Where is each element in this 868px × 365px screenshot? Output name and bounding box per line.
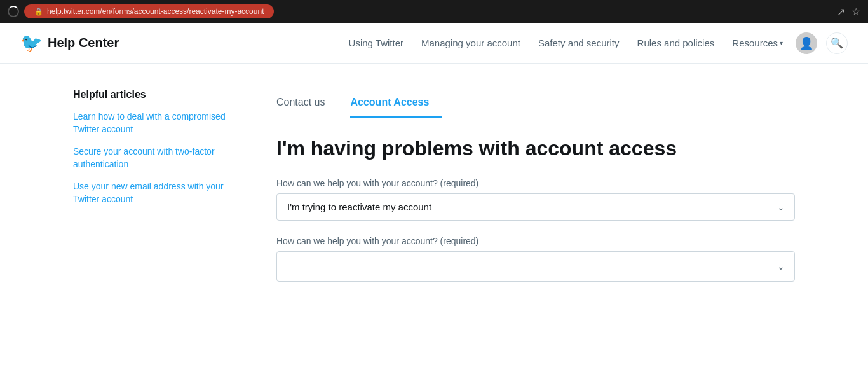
logo-link[interactable]: 🐦 Help Center — [20, 32, 119, 53]
form-title: I'm having problems with account access — [276, 136, 795, 160]
url-text: help.twitter.com/en/forms/account-access… — [47, 7, 264, 16]
tab-account-access[interactable]: Account Access — [350, 89, 442, 118]
search-button[interactable]: 🔍 — [826, 32, 848, 54]
sidebar: Helpful articles Learn how to deal with … — [73, 89, 238, 282]
bookmark-button[interactable]: ☆ — [851, 6, 860, 18]
tabs: Contact us Account Access — [276, 89, 795, 118]
main-nav: Using Twitter Managing your account Safe… — [349, 38, 783, 48]
question2-select-wrapper: ⌄ — [276, 251, 795, 282]
url-bar[interactable]: 🔒 help.twitter.com/en/forms/account-acce… — [24, 4, 274, 18]
twitter-logo: 🐦 — [20, 32, 43, 53]
question1-select[interactable]: I'm trying to reactivate my account — [276, 193, 795, 221]
lock-icon: 🔒 — [34, 8, 43, 16]
nav-safety-security[interactable]: Safety and security — [538, 38, 620, 48]
nav-resources[interactable]: Resources ▾ — [732, 38, 783, 48]
main-content: Contact us Account Access I'm having pro… — [276, 89, 795, 282]
site-title: Help Center — [48, 36, 119, 50]
resources-chevron-icon: ▾ — [780, 39, 783, 46]
sidebar-link-two-factor[interactable]: Secure your account with two-factor auth… — [73, 146, 238, 170]
loading-spinner — [8, 6, 19, 17]
tab-contact-us[interactable]: Contact us — [276, 89, 337, 118]
share-button[interactable]: ↗ — [837, 6, 845, 18]
page-content: Helpful articles Learn how to deal with … — [53, 64, 815, 307]
sidebar-link-compromised[interactable]: Learn how to deal with a compromised Twi… — [73, 111, 238, 135]
nav-using-twitter[interactable]: Using Twitter — [349, 38, 403, 48]
user-avatar[interactable]: 👤 — [796, 32, 817, 54]
sidebar-title: Helpful articles — [73, 89, 238, 100]
search-icon: 🔍 — [831, 37, 843, 49]
site-header: 🐦 Help Center Using Twitter Managing you… — [0, 23, 868, 64]
browser-bar: 🔒 help.twitter.com/en/forms/account-acce… — [0, 0, 868, 23]
sidebar-link-email[interactable]: Use your new email address with your Twi… — [73, 181, 238, 205]
header-icons: 👤 🔍 — [796, 32, 848, 54]
nav-managing-account[interactable]: Managing your account — [421, 38, 520, 48]
nav-rules-policies[interactable]: Rules and policies — [637, 38, 715, 48]
question1-label: How can we help you with your account? (… — [276, 178, 795, 188]
question2-label: How can we help you with your account? (… — [276, 236, 795, 246]
question2-select[interactable] — [276, 251, 795, 282]
question1-select-wrapper: I'm trying to reactivate my account ⌄ — [276, 193, 795, 221]
